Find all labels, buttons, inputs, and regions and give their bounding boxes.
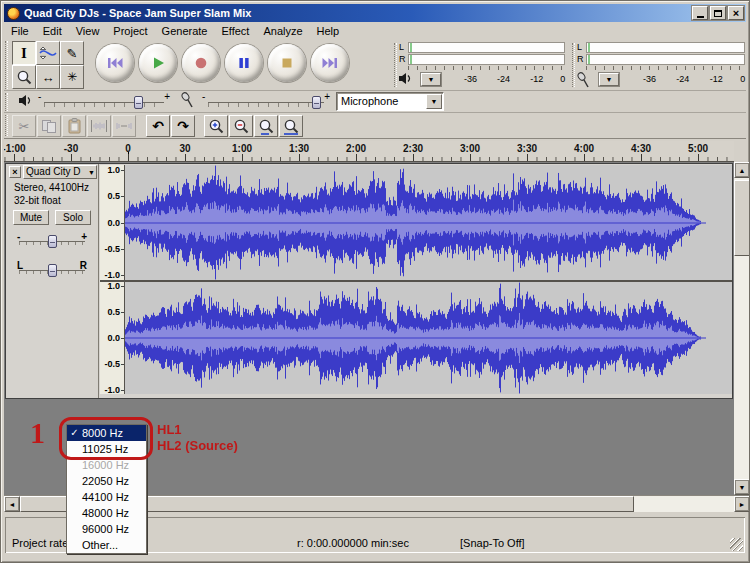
timeline-label: 2:00 — [346, 143, 366, 154]
menu-analyze[interactable]: Analyze — [256, 24, 309, 38]
record-button[interactable] — [182, 44, 220, 82]
timeline-major-tick — [128, 154, 129, 161]
timeline-major-tick — [698, 154, 699, 161]
timeline-major-tick — [185, 154, 186, 161]
output-volume-thumb[interactable] — [134, 96, 143, 109]
scroll-down-button[interactable]: ▼ — [734, 479, 750, 495]
rate-option-48000-hz[interactable]: 48000 Hz — [67, 505, 146, 521]
output-meter-bar-l[interactable] — [408, 42, 565, 53]
control-toolbar-grip[interactable] — [5, 41, 8, 89]
combo-dropdown-icon[interactable]: ▼ — [426, 94, 442, 109]
mixer-toolbar: - + - + Microphone ▼ — [4, 91, 746, 113]
timeline-label: 1:30 — [289, 143, 309, 154]
minimize-button[interactable] — [692, 6, 708, 20]
track-pan-slider[interactable]: L R — [15, 260, 89, 274]
timeline-ruler[interactable]: -1:00-300301:001:302:002:303:003:304:004… — [4, 141, 734, 162]
scroll-right-button[interactable]: ► — [734, 496, 750, 512]
fit-selection-button[interactable] — [254, 115, 278, 137]
zoom-out-button[interactable] — [229, 115, 253, 137]
draw-tool-button[interactable]: ✎ — [60, 41, 84, 65]
track-gain-slider[interactable]: - + — [15, 234, 89, 248]
rate-option-22050-hz[interactable]: 22050 Hz — [67, 473, 146, 489]
speaker-icon[interactable] — [398, 72, 412, 87]
track-gain-thumb[interactable] — [48, 235, 57, 248]
rate-option-44100-hz[interactable]: 44100 Hz — [67, 489, 146, 505]
vertical-ruler-left-channel: 1.00.50.0-0.5-1.0 — [100, 165, 125, 280]
input-meter-bar-r[interactable] — [586, 54, 745, 65]
input-volume-slider[interactable]: - + — [202, 95, 330, 109]
vertical-scroll-thumb[interactable] — [734, 180, 750, 256]
track-pan-thumb[interactable] — [48, 264, 57, 277]
timeline-major-tick — [413, 154, 414, 161]
multi-tool-button[interactable]: ✳ — [60, 65, 84, 89]
pause-button[interactable] — [225, 44, 263, 82]
input-meter-dropdown[interactable]: ▼ — [599, 73, 619, 86]
minimize-icon — [697, 16, 704, 18]
menu-help[interactable]: Help — [310, 24, 347, 38]
slider-max-label: + — [324, 91, 330, 102]
edit-toolbar-grip[interactable] — [5, 115, 8, 136]
menu-edit[interactable]: Edit — [36, 24, 69, 38]
rate-option-label: 44100 Hz — [82, 489, 129, 505]
meter-scale-label: -12 — [530, 74, 543, 84]
fit-project-button[interactable] — [279, 115, 303, 137]
input-volume-thumb[interactable] — [312, 96, 321, 109]
waveform-left-channel[interactable] — [125, 165, 732, 280]
envelope-tool-button[interactable] — [36, 41, 60, 65]
track-title-menu[interactable]: ▼Quad City D — [23, 165, 97, 179]
close-button[interactable]: × — [728, 6, 744, 20]
track-close-button[interactable]: × — [9, 166, 21, 178]
menu-effect[interactable]: Effect — [214, 24, 256, 38]
timeline-label: 3:00 — [460, 143, 480, 154]
output-meter-bar-r[interactable] — [408, 54, 565, 65]
rate-option-8000-hz[interactable]: ✓8000 Hz — [67, 425, 146, 441]
menu-file[interactable]: File — [4, 24, 36, 38]
timeline-label: 5:00 — [688, 143, 708, 154]
undo-button[interactable]: ↶ — [146, 115, 170, 137]
skip-to-end-button[interactable] — [311, 44, 349, 82]
amplitude-label: 0.5 — [107, 191, 120, 201]
redo-button[interactable]: ↷ — [171, 115, 195, 137]
menu-project[interactable]: Project — [106, 24, 154, 38]
titlebar[interactable]: Quad City DJs - Space Jam Super Slam Mix… — [4, 4, 746, 22]
maximize-button[interactable] — [710, 6, 726, 20]
check-spacer — [67, 537, 82, 553]
rate-option-96000-hz[interactable]: 96000 Hz — [67, 521, 146, 537]
resize-grip[interactable] — [730, 538, 743, 551]
timeline-major-tick — [641, 154, 642, 161]
mixer-toolbar-grip[interactable] — [5, 93, 8, 111]
time-shift-tool-button[interactable]: ↔ — [36, 65, 60, 89]
project-rate-label: Project rate: — [12, 537, 71, 549]
trim-outside-selection-button — [87, 115, 111, 137]
selection-tool-button[interactable]: I — [12, 41, 36, 65]
meter-scale-label: -36 — [464, 74, 477, 84]
audacity-window: Quad City DJs - Space Jam Super Slam Mix… — [0, 0, 750, 563]
scroll-left-button[interactable]: ◄ — [4, 496, 20, 512]
menu-view[interactable]: View — [69, 24, 107, 38]
solo-button[interactable]: Solo — [55, 210, 91, 225]
rate-option-label: 96000 Hz — [82, 521, 129, 537]
waveform-right-channel[interactable] — [125, 282, 732, 394]
menu-generate[interactable]: Generate — [155, 24, 215, 38]
slider-ticks — [208, 103, 324, 107]
input-meter-bar-l[interactable] — [586, 42, 745, 53]
microphone-icon[interactable] — [576, 72, 591, 90]
output-meter-dropdown[interactable]: ▼ — [421, 73, 441, 86]
scroll-up-button[interactable]: ▲ — [734, 162, 750, 178]
timeline-major-tick — [299, 154, 300, 161]
stop-button[interactable] — [268, 44, 306, 82]
check-spacer — [67, 441, 82, 457]
meter-channel-label: L — [577, 42, 585, 53]
zoom-in-button[interactable] — [204, 115, 228, 137]
amplitude-label: 1.0 — [107, 165, 120, 175]
rate-option-other[interactable]: Other... — [67, 537, 146, 553]
skip-to-start-button[interactable] — [96, 44, 134, 82]
play-button[interactable] — [139, 44, 177, 82]
vertical-scrollbar[interactable]: ▲ ▼ — [734, 162, 750, 495]
input-source-select[interactable]: Microphone ▼ — [336, 92, 444, 111]
mute-button[interactable]: Mute — [13, 210, 49, 225]
channel-divider — [100, 280, 732, 282]
rate-option-11025-hz[interactable]: 11025 Hz — [67, 441, 146, 457]
output-volume-slider[interactable]: - + — [38, 95, 170, 109]
zoom-tool-button[interactable] — [12, 65, 36, 89]
